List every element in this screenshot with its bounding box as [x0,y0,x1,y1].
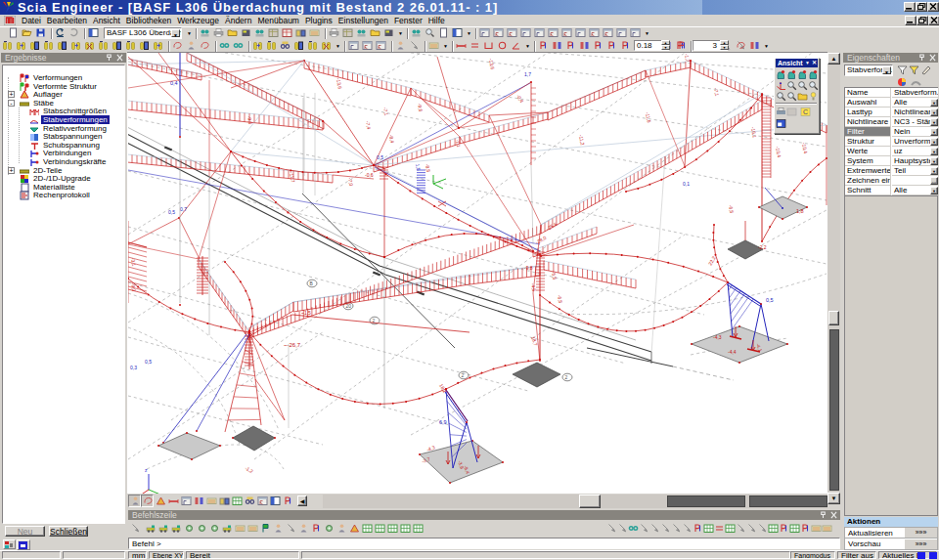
svg-text:z: z [145,467,148,473]
svg-text:-4,4: -4,4 [728,349,737,355]
svg-text:6,9: 6,9 [439,419,447,425]
svg-text:0,5: 0,5 [168,209,175,215]
svg-text:-7,0: -7,0 [347,177,354,187]
svg-text:-6,5: -6,5 [728,204,735,214]
svg-text:0,5: 0,5 [766,297,774,303]
svg-text:-0,6: -0,6 [365,172,374,178]
svg-text:-0,4: -0,4 [515,94,525,105]
svg-text:-10,4: -10,4 [801,142,809,153]
svg-text:-5,5: -5,5 [551,271,558,280]
svg-text:C: C [803,108,808,115]
svg-text:~-26,7: ~-26,7 [284,342,301,348]
svg-text:-7,4: -7,4 [365,120,372,130]
svg-text:1,7: 1,7 [524,71,531,77]
svg-text:-7,1: -7,1 [713,87,720,97]
svg-text:-9,6: -9,6 [246,115,253,125]
svg-text:-2,2: -2,2 [758,244,767,250]
svg-text:2: 2 [565,374,568,380]
svg-text:20: 20 [346,303,352,309]
svg-text:-9,6: -9,6 [417,103,424,112]
svg-text:-13,6: -13,6 [488,58,496,69]
svg-text:-1,2: -1,2 [245,465,255,475]
svg-text:-16,1: -16,1 [750,126,758,138]
svg-text:0,1: 0,1 [683,181,690,187]
svg-text:-9,0: -9,0 [130,282,137,292]
svg-text:-8,5: -8,5 [425,163,431,173]
svg-text:0,5: 0,5 [377,154,383,160]
svg-text:0,3: 0,3 [130,365,137,370]
svg-text:-13,6: -13,6 [335,77,343,89]
svg-text:-9,8: -9,8 [524,265,533,271]
svg-text:-1,1: -1,1 [455,139,461,148]
svg-text:1,5: 1,5 [415,163,422,171]
svg-text:0,5: 0,5 [145,359,152,365]
svg-text:-8,4: -8,4 [388,134,395,144]
svg-text:-11,2: -11,2 [578,134,586,146]
svg-text:-11,7: -11,7 [289,171,296,183]
svg-text:22,2: 22,2 [707,255,717,267]
svg-text:-6,5: -6,5 [557,294,563,304]
svg-text:B: B [310,280,314,286]
svg-text:-7,1: -7,1 [382,107,389,116]
svg-text:-10,4: -10,4 [775,146,782,157]
svg-text:-3,1: -3,1 [130,257,137,267]
svg-text:0,7: 0,7 [180,206,187,212]
svg-text:-4,3: -4,3 [713,334,722,340]
svg-text:-11,6: -11,6 [645,111,652,123]
svg-text:18,2: 18,2 [438,383,448,395]
svg-text:-1,7: -1,7 [684,53,691,63]
svg-text:2: 2 [462,372,465,378]
svg-text:~1,5: ~1,5 [301,310,311,316]
svg-text:1,8: 1,8 [796,208,804,214]
